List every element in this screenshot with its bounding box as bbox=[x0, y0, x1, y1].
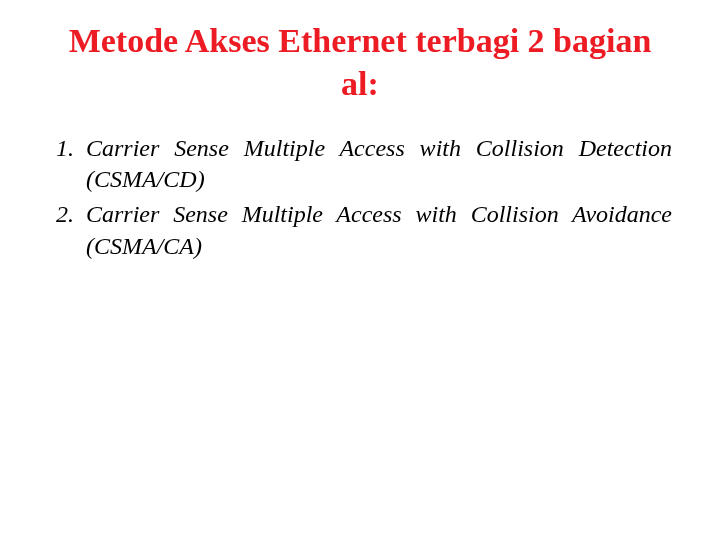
slide: Metode Akses Ethernet terbagi 2 bagian a… bbox=[0, 0, 720, 540]
list-item: Carrier Sense Multiple Access with Colli… bbox=[80, 199, 672, 261]
slide-title: Metode Akses Ethernet terbagi 2 bagian a… bbox=[48, 20, 672, 105]
main-list: Carrier Sense Multiple Access with Colli… bbox=[48, 133, 672, 262]
list-item: Carrier Sense Multiple Access with Colli… bbox=[80, 133, 672, 195]
